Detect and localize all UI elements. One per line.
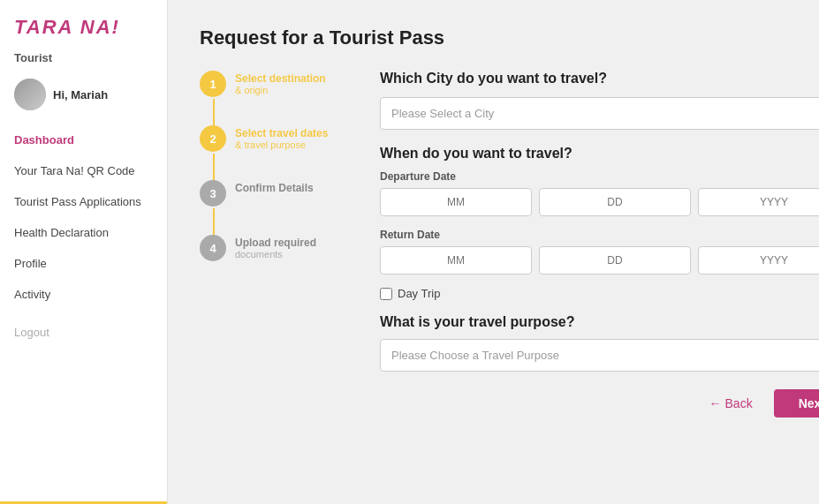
return-label: Return Date (380, 229, 819, 241)
content-area: 1 Select destination & origin 2 Select t… (200, 71, 787, 417)
sidebar-item-qr-code[interactable]: Your Tara Na! QR Code (0, 155, 167, 186)
departure-fields (380, 188, 819, 216)
back-button[interactable]: ← Back (699, 389, 763, 417)
sidebar-item-health-declaration[interactable]: Health Declaration (0, 217, 167, 248)
step-2-circle: 2 (200, 125, 226, 152)
step-2-sub: & travel purpose (235, 139, 328, 150)
step-3-label: Confirm Details (235, 182, 314, 194)
city-section-title: Which City do you want to travel? (380, 71, 819, 87)
step-1-label: Select destination (235, 72, 326, 85)
step-1-sub: & origin (235, 85, 326, 95)
day-trip-row: Day Trip (380, 287, 819, 300)
step-1: 1 Select destination & origin (200, 71, 359, 97)
main-content: Request for a Tourist Pass 1 Select dest… (168, 0, 819, 504)
page-title: Request for a Tourist Pass (200, 26, 787, 49)
departure-label: Departure Date (380, 170, 819, 183)
sidebar-item-activity[interactable]: Activity (0, 279, 167, 310)
button-row: ← Back Next (380, 389, 819, 417)
travel-purpose-title: What is your travel purpose? (380, 314, 819, 330)
user-info: Hi, Mariah (0, 71, 167, 117)
sidebar-item-dashboard[interactable]: Dashboard (0, 124, 167, 155)
day-trip-label: Day Trip (398, 287, 440, 300)
departure-dd[interactable] (539, 188, 691, 216)
city-select[interactable]: Please Select a City (380, 97, 819, 130)
purpose-select[interactable]: Please Choose a Travel Purpose (380, 339, 819, 372)
step-2: 2 Select travel dates & travel purpose (200, 125, 359, 152)
sidebar-item-tourist-pass[interactable]: Tourist Pass Applications (0, 186, 167, 217)
user-role: Tourist (0, 48, 167, 71)
return-fields (380, 246, 819, 275)
form-column: Which City do you want to travel? Please… (380, 71, 819, 417)
departure-mm[interactable] (380, 188, 532, 216)
sidebar: TARA NA! Tourist Hi, Mariah Dashboard Yo… (0, 0, 168, 504)
purpose-select-wrapper: Please Choose a Travel Purpose ▾ (380, 339, 819, 372)
app-logo: TARA NA! (0, 0, 167, 48)
nav-list: Dashboard Your Tara Na! QR Code Tourist … (0, 124, 167, 501)
next-button[interactable]: Next (774, 389, 819, 417)
step-4-label: Upload required (235, 237, 316, 249)
step-1-circle: 1 (200, 71, 226, 97)
return-yyyy[interactable] (698, 246, 819, 275)
user-greeting: Hi, Mariah (53, 88, 108, 102)
steps-column: 1 Select destination & origin 2 Select t… (200, 71, 359, 417)
sidebar-item-profile[interactable]: Profile (0, 248, 167, 279)
step-3-circle: 3 (200, 180, 226, 207)
city-select-wrapper: Please Select a City ▾ (380, 97, 819, 130)
step-4: 4 Upload required documents (200, 235, 359, 261)
day-trip-checkbox[interactable] (380, 288, 392, 300)
back-label: Back (725, 396, 753, 410)
step-3: 3 Confirm Details (200, 180, 359, 207)
step-2-label: Select travel dates (235, 127, 328, 139)
step-4-circle: 4 (200, 235, 226, 261)
sidebar-item-logout[interactable]: Logout (0, 317, 167, 348)
return-dd[interactable] (539, 246, 691, 275)
avatar (14, 79, 46, 110)
when-title: When do you want to travel? (380, 146, 819, 162)
step-4-sub: documents (235, 249, 316, 260)
return-mm[interactable] (380, 246, 532, 275)
departure-yyyy[interactable] (698, 188, 819, 216)
back-arrow-icon: ← (709, 396, 722, 410)
